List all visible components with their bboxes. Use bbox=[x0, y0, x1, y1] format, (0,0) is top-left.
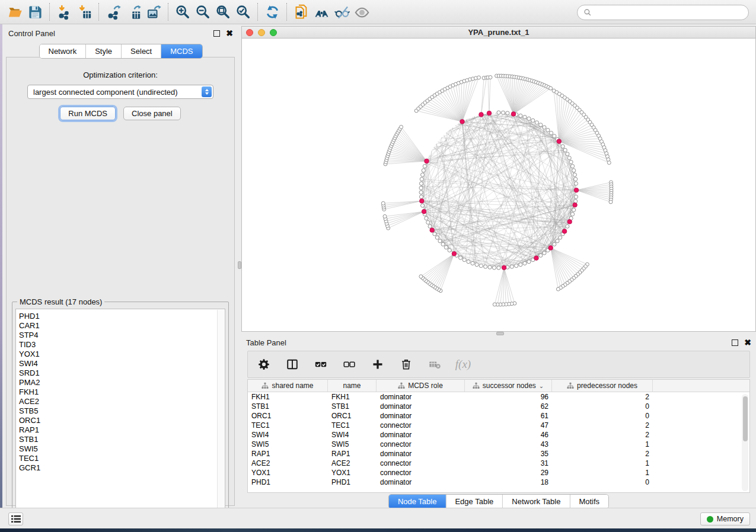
export-image-icon bbox=[146, 4, 162, 20]
show-columns-button[interactable] bbox=[285, 357, 300, 372]
table-cell: 29 bbox=[465, 468, 552, 477]
table-cell: STB1 bbox=[248, 402, 328, 411]
mcds-result-item[interactable]: FKH1 bbox=[19, 387, 225, 397]
network-window-titlebar[interactable]: YPA_prune.txt_1 bbox=[242, 27, 755, 39]
mcds-result-item[interactable]: SWI5 bbox=[19, 444, 225, 454]
delete-column-button[interactable] bbox=[398, 357, 414, 372]
show-hidden-button[interactable] bbox=[352, 2, 372, 22]
tab-network[interactable]: Network bbox=[39, 44, 86, 58]
run-mcds-button[interactable]: Run MCDS bbox=[60, 107, 116, 120]
select-all-columns-button[interactable] bbox=[313, 357, 328, 372]
mcds-result-item[interactable]: ORC1 bbox=[19, 416, 225, 425]
table-options-button[interactable] bbox=[256, 357, 272, 372]
table-row[interactable]: SWI4SWI4dominator462 bbox=[248, 430, 749, 440]
import-network-button[interactable] bbox=[54, 2, 74, 22]
toolbar-customize-button[interactable] bbox=[8, 512, 23, 525]
table-tab-motifs[interactable]: Motifs bbox=[570, 495, 608, 508]
mcds-result-list[interactable]: PHD1CAR1STP4TID3YOX1SWI4SRD1PMA2FKH1ACE2… bbox=[15, 309, 225, 518]
search-input[interactable] bbox=[595, 8, 742, 17]
zoom-in-button[interactable] bbox=[173, 2, 193, 22]
mcds-result-item[interactable]: SWI4 bbox=[19, 359, 225, 368]
table-tab-node-table[interactable]: Node Table bbox=[389, 495, 446, 508]
mcds-result-item[interactable]: STP4 bbox=[19, 331, 225, 340]
float-panel-icon[interactable] bbox=[732, 339, 738, 346]
table-row[interactable]: TEC1TEC1connector472 bbox=[248, 421, 749, 430]
column-header-MCDS-role[interactable]: MCDS role bbox=[377, 380, 465, 392]
deselect-all-columns-button[interactable] bbox=[342, 357, 357, 372]
table-row[interactable]: ACE2ACE2connector311 bbox=[248, 459, 749, 468]
close-panel-icon[interactable]: ✖ bbox=[226, 29, 233, 37]
table-row[interactable]: YOX1YOX1connector291 bbox=[248, 468, 749, 477]
mcds-node bbox=[487, 111, 492, 116]
close-panel-icon[interactable]: ✖ bbox=[744, 338, 751, 347]
scrollbar-thumb[interactable] bbox=[743, 396, 748, 441]
mcds-result-item[interactable]: STB1 bbox=[19, 435, 225, 444]
table-cell: 61 bbox=[465, 411, 552, 421]
toolbar-separator bbox=[168, 3, 168, 21]
column-header-name[interactable]: name bbox=[328, 380, 377, 392]
zoom-fit-button[interactable] bbox=[213, 2, 233, 22]
minimize-window-icon[interactable] bbox=[258, 29, 265, 36]
mcds-result-item[interactable]: TEC1 bbox=[19, 454, 225, 463]
table-row[interactable]: FKH1FKH1dominator962 bbox=[248, 392, 749, 402]
zoom-selected-button[interactable] bbox=[233, 2, 253, 22]
mcds-node bbox=[422, 209, 426, 214]
mcds-result-item[interactable]: ACE2 bbox=[19, 397, 225, 406]
table-row[interactable]: SWI5SWI5connector431 bbox=[248, 440, 749, 449]
import-table-button[interactable] bbox=[74, 2, 94, 22]
zoom-out-button[interactable] bbox=[193, 2, 213, 22]
network-canvas[interactable] bbox=[242, 39, 755, 331]
mcds-result-item[interactable]: PHD1 bbox=[19, 312, 225, 321]
tab-select[interactable]: Select bbox=[122, 44, 161, 58]
table-row[interactable]: ORC1ORC1dominator610 bbox=[248, 411, 749, 421]
tab-mcds[interactable]: MCDS bbox=[161, 44, 202, 58]
table-tab-network-table[interactable]: Network Table bbox=[503, 495, 570, 508]
export-table-button[interactable] bbox=[123, 2, 143, 22]
mcds-result-item[interactable]: RAP1 bbox=[19, 425, 225, 435]
table-scrollbar[interactable] bbox=[742, 394, 748, 491]
column-header-predecessor-nodes[interactable]: predecessor nodes bbox=[552, 380, 653, 392]
float-panel-icon[interactable] bbox=[213, 30, 220, 37]
table-cell: YOX1 bbox=[248, 468, 328, 477]
network-graph[interactable] bbox=[242, 39, 755, 331]
node-table[interactable]: shared namenameMCDS rolesuccessor nodes⌄… bbox=[247, 379, 750, 493]
mcds-result-group: MCDS result (17 nodes) PHD1CAR1STP4TID3Y… bbox=[12, 302, 229, 522]
close-panel-button[interactable]: Close panel bbox=[123, 107, 181, 120]
open-session-button[interactable] bbox=[5, 2, 25, 22]
refresh-button[interactable] bbox=[262, 2, 282, 22]
maximize-window-icon[interactable] bbox=[270, 29, 277, 36]
table-cell: 1 bbox=[552, 459, 653, 468]
column-label: MCDS role bbox=[408, 382, 443, 390]
table-cell: PHD1 bbox=[328, 477, 377, 487]
mcds-result-item[interactable]: TID3 bbox=[19, 340, 225, 350]
create-column-button[interactable] bbox=[370, 357, 385, 372]
mcds-result-item[interactable]: CAR1 bbox=[19, 321, 225, 331]
save-session-button[interactable] bbox=[25, 2, 45, 22]
plus-icon bbox=[371, 358, 384, 371]
memory-button[interactable]: Memory bbox=[700, 512, 750, 525]
hide-selected-button[interactable] bbox=[331, 2, 352, 22]
close-window-icon[interactable] bbox=[246, 29, 253, 36]
search-network-button[interactable] bbox=[311, 2, 331, 22]
desktop-wallpaper-strip bbox=[0, 528, 756, 532]
table-row[interactable]: RAP1RAP1dominator352 bbox=[248, 449, 749, 459]
table-row[interactable]: STB1STB1dominator620 bbox=[248, 402, 749, 411]
mcds-list-scrollbar[interactable] bbox=[217, 310, 224, 518]
search-box[interactable] bbox=[577, 5, 749, 20]
mcds-result-item[interactable]: GCR1 bbox=[19, 463, 225, 473]
tab-style[interactable]: Style bbox=[86, 44, 122, 58]
table-row[interactable]: PHD1PHD1dominator180 bbox=[248, 477, 749, 487]
mcds-result-item[interactable]: SRD1 bbox=[19, 368, 225, 378]
clone-network-button[interactable] bbox=[291, 2, 311, 22]
export-network-button[interactable] bbox=[103, 2, 123, 22]
export-image-button[interactable] bbox=[143, 2, 164, 22]
mcds-result-item[interactable]: PMA2 bbox=[19, 378, 225, 387]
table-cell: dominator bbox=[377, 411, 465, 421]
column-header-successor-nodes[interactable]: successor nodes⌄ bbox=[465, 380, 552, 392]
table-tab-edge-table[interactable]: Edge Table bbox=[446, 495, 503, 508]
table-cell: 43 bbox=[465, 440, 552, 449]
mcds-result-item[interactable]: YOX1 bbox=[19, 350, 225, 359]
criterion-select[interactable]: largest connected component (undirected) bbox=[27, 85, 213, 99]
column-header-shared-name[interactable]: shared name bbox=[248, 380, 328, 392]
mcds-result-item[interactable]: STB5 bbox=[19, 406, 225, 416]
